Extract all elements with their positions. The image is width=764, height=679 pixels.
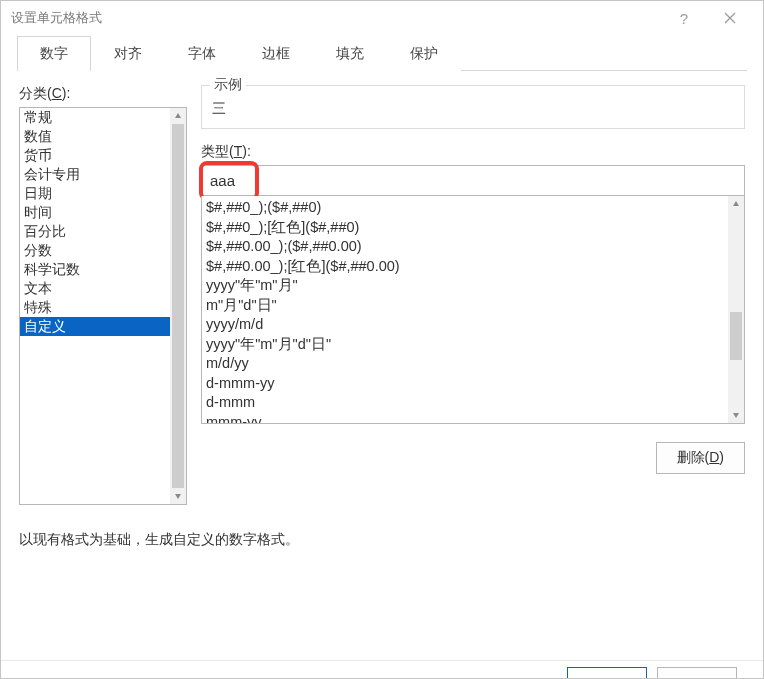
category-listbox[interactable]: 常规数值货币会计专用日期时间百分比分数科学记数文本特殊自定义 — [19, 107, 187, 505]
category-item[interactable]: 日期 — [20, 184, 170, 203]
delete-button[interactable]: 删除(D) — [656, 442, 745, 474]
category-item[interactable]: 文本 — [20, 279, 170, 298]
hint-text: 以现有格式为基础，生成自定义的数字格式。 — [19, 531, 745, 549]
sample-group: 示例 三 — [201, 85, 745, 129]
titlebar: 设置单元格格式 ? — [1, 1, 763, 35]
right-column: 示例 三 类型(T): $#,##0_);($#,##0)$#,##0_);[红… — [201, 85, 745, 505]
sample-value: 三 — [212, 100, 734, 118]
question-icon: ? — [680, 10, 688, 27]
format-item[interactable]: d-mmm — [206, 393, 724, 413]
category-item[interactable]: 货币 — [20, 146, 170, 165]
cancel-button[interactable] — [657, 667, 737, 679]
category-item[interactable]: 分数 — [20, 241, 170, 260]
type-input[interactable] — [201, 165, 745, 196]
ok-button[interactable] — [567, 667, 647, 679]
svg-marker-4 — [733, 201, 739, 206]
type-label: 类型(T): — [201, 143, 745, 161]
format-item[interactable]: yyyy"年"m"月" — [206, 276, 724, 296]
left-column: 分类(C): 常规数值货币会计专用日期时间百分比分数科学记数文本特殊自定义 — [19, 85, 187, 505]
scroll-up-icon[interactable] — [728, 196, 744, 212]
tabbar: 数字对齐字体边框填充保护 — [17, 35, 747, 71]
scroll-thumb[interactable] — [172, 124, 184, 488]
delete-row: 删除(D) — [201, 442, 745, 474]
tab-number[interactable]: 数字 — [17, 36, 91, 71]
category-item[interactable]: 科学记数 — [20, 260, 170, 279]
tab-border[interactable]: 边框 — [239, 36, 313, 71]
scroll-track-bottom[interactable] — [728, 360, 744, 407]
scrollbar[interactable] — [170, 108, 186, 504]
tab-fill[interactable]: 填充 — [313, 36, 387, 71]
scroll-thumb[interactable] — [730, 312, 742, 360]
scroll-track-top[interactable] — [728, 212, 744, 312]
dialog-format-cells: 设置单元格格式 ? 数字对齐字体边框填充保护 分类(C): 常规数值货币会计专用… — [0, 0, 764, 679]
format-item[interactable]: $#,##0_);($#,##0) — [206, 198, 724, 218]
type-input-wrap — [201, 165, 745, 196]
format-item[interactable]: mmm-yy — [206, 413, 724, 424]
scroll-up-icon[interactable] — [170, 108, 186, 124]
svg-marker-2 — [175, 113, 181, 118]
svg-marker-5 — [733, 413, 739, 418]
scrollbar[interactable] — [728, 196, 744, 423]
content-area: 分类(C): 常规数值货币会计专用日期时间百分比分数科学记数文本特殊自定义 示例… — [1, 71, 763, 505]
format-item[interactable]: $#,##0_);[红色]($#,##0) — [206, 218, 724, 238]
format-item[interactable]: $#,##0.00_);[红色]($#,##0.00) — [206, 257, 724, 277]
window-title: 设置单元格格式 — [11, 9, 661, 27]
close-icon — [724, 12, 736, 24]
format-item[interactable]: yyyy"年"m"月"d"日" — [206, 335, 724, 355]
help-button[interactable]: ? — [661, 1, 707, 35]
scroll-down-icon[interactable] — [728, 407, 744, 423]
tab-protect[interactable]: 保护 — [387, 36, 461, 71]
svg-marker-3 — [175, 494, 181, 499]
category-item[interactable]: 数值 — [20, 127, 170, 146]
footer — [1, 660, 763, 678]
sample-legend: 示例 — [210, 76, 246, 94]
format-item[interactable]: m/d/yy — [206, 354, 724, 374]
format-item[interactable]: d-mmm-yy — [206, 374, 724, 394]
close-button[interactable] — [707, 1, 753, 35]
category-item[interactable]: 常规 — [20, 108, 170, 127]
category-item[interactable]: 时间 — [20, 203, 170, 222]
category-item[interactable]: 会计专用 — [20, 165, 170, 184]
format-item[interactable]: yyyy/m/d — [206, 315, 724, 335]
category-label: 分类(C): — [19, 85, 187, 103]
scroll-down-icon[interactable] — [170, 488, 186, 504]
tab-font[interactable]: 字体 — [165, 36, 239, 71]
category-item[interactable]: 特殊 — [20, 298, 170, 317]
category-item[interactable]: 自定义 — [20, 317, 170, 336]
category-item[interactable]: 百分比 — [20, 222, 170, 241]
format-item[interactable]: $#,##0.00_);($#,##0.00) — [206, 237, 724, 257]
tab-align[interactable]: 对齐 — [91, 36, 165, 71]
format-listbox[interactable]: $#,##0_);($#,##0)$#,##0_);[红色]($#,##0)$#… — [201, 196, 745, 424]
format-item[interactable]: m"月"d"日" — [206, 296, 724, 316]
